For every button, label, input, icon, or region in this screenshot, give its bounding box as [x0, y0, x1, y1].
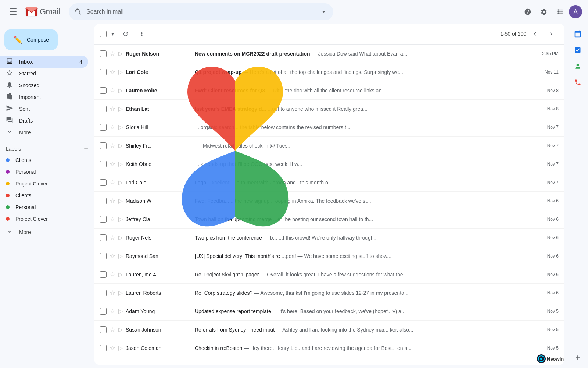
sidebar-item-snoozed[interactable]: Snoozed [0, 79, 88, 91]
snooze-icon[interactable]: ▷ [118, 234, 123, 241]
snooze-icon[interactable]: ▷ [118, 197, 123, 204]
snooze-icon[interactable]: ▷ [118, 160, 123, 167]
email-checkbox[interactable] [100, 198, 107, 204]
email-checkbox[interactable] [100, 106, 107, 112]
email-checkbox[interactable] [100, 69, 107, 75]
snooze-icon[interactable]: ▷ [118, 344, 123, 351]
avatar[interactable]: A [569, 5, 582, 18]
star-icon[interactable]: ☆ [110, 197, 115, 205]
sidebar-item-important[interactable]: Important [0, 91, 88, 103]
star-icon[interactable]: ☆ [110, 270, 115, 279]
email-row[interactable]: ☆ ▷ Gloria Hill ...organic search... the… [94, 118, 564, 137]
star-icon[interactable]: ☆ [110, 123, 115, 131]
email-checkbox[interactable] [100, 290, 107, 296]
star-icon[interactable]: ☆ [110, 68, 115, 76]
snooze-icon[interactable]: ▷ [118, 252, 123, 259]
label-personal2[interactable]: Personal [0, 201, 88, 213]
refresh-button[interactable] [118, 26, 133, 41]
snooze-icon[interactable]: ▷ [118, 326, 123, 333]
star-icon[interactable]: ☆ [110, 344, 115, 352]
label-project-clover1[interactable]: Project Clover [0, 178, 88, 190]
email-row[interactable]: ☆ ▷ Raymond San [UX] Special delivery! T… [94, 247, 564, 265]
email-checkbox[interactable] [100, 50, 107, 57]
email-row[interactable]: ☆ ▷ Jeffrey Cla Town hall on the upcomin… [94, 210, 564, 229]
sidebar-item-drafts[interactable]: Drafts [0, 115, 88, 127]
email-checkbox[interactable] [100, 87, 107, 94]
star-icon[interactable]: ☆ [110, 307, 115, 315]
star-icon[interactable]: ☆ [110, 234, 115, 242]
email-row[interactable]: ☆ ▷ Lori Cole Logo ...xcellent. ...e to … [94, 173, 564, 192]
settings-button[interactable] [537, 4, 551, 19]
email-row[interactable]: ☆ ▷ Roger Nelson New comments on MCR2022… [94, 45, 564, 63]
email-row[interactable]: ☆ ▷ Shirley Fra — Midwest retail sales c… [94, 137, 564, 155]
more-options-button[interactable] [135, 26, 149, 41]
email-row[interactable]: ☆ ▷ Ethan Lat last year's EMEA strategy … [94, 100, 564, 118]
star-icon[interactable]: ☆ [110, 142, 115, 150]
calendar-button[interactable] [570, 26, 585, 41]
search-options-icon[interactable] [320, 8, 327, 15]
label-project-clover2[interactable]: Project Clover [0, 213, 88, 225]
snooze-icon[interactable]: ▷ [118, 105, 123, 112]
search-input[interactable] [86, 8, 316, 15]
label-personal1[interactable]: Personal [0, 166, 88, 178]
apps-button[interactable] [553, 4, 567, 19]
email-checkbox[interactable] [100, 124, 107, 131]
star-icon[interactable]: ☆ [110, 160, 115, 168]
star-icon[interactable]: ☆ [110, 105, 115, 113]
email-row[interactable]: ☆ ▷ Keith Obrie ...k heads-up that I'll … [94, 155, 564, 173]
sidebar-item-sent[interactable]: Sent [0, 103, 88, 115]
snooze-icon[interactable]: ▷ [118, 216, 123, 223]
star-icon[interactable]: ☆ [110, 215, 115, 223]
email-checkbox[interactable] [100, 326, 107, 333]
star-icon[interactable]: ☆ [110, 50, 115, 58]
email-checkbox[interactable] [100, 308, 107, 315]
email-checkbox[interactable] [100, 216, 107, 223]
email-row[interactable]: ☆ ▷ Madison W Fwd: Feedba... ...the new … [94, 192, 564, 210]
sidebar-item-more-labels[interactable]: More [0, 226, 88, 238]
email-row[interactable]: ☆ ▷ Lauren, me 4 Re: Project Skylight 1-… [94, 265, 564, 284]
select-dropdown-button[interactable]: ▾ [108, 29, 117, 38]
snooze-icon[interactable]: ▷ [118, 308, 123, 315]
email-row[interactable]: ☆ ▷ Roger Nels Two pics from the confere… [94, 229, 564, 247]
snooze-icon[interactable]: ▷ [118, 50, 123, 57]
email-checkbox[interactable] [100, 271, 107, 278]
email-checkbox[interactable] [100, 179, 107, 186]
email-row[interactable]: ☆ ▷ Lauren Roberts Re: Corp strategy sli… [94, 284, 564, 302]
snooze-icon[interactable]: ▷ [118, 68, 123, 75]
search-bar[interactable] [69, 3, 333, 20]
email-row[interactable]: ☆ ▷ Lori Cole Q1 project wrap-up — Here'… [94, 63, 564, 81]
phone-button[interactable] [570, 75, 585, 90]
tasks-button[interactable] [570, 43, 585, 57]
label-clients1[interactable]: Clients [0, 154, 88, 166]
star-icon[interactable]: ☆ [110, 178, 115, 187]
star-icon[interactable]: ☆ [110, 252, 115, 260]
help-button[interactable] [520, 4, 535, 19]
email-row[interactable]: ☆ ▷ Jason Coleman Checkin in re:Boston —… [94, 339, 564, 357]
labels-add-button[interactable]: + [84, 144, 88, 153]
email-row[interactable]: ☆ ▷ Adam Young Updated expense report te… [94, 302, 564, 321]
select-all-checkbox[interactable] [100, 31, 107, 37]
add-addon-button[interactable] [570, 350, 585, 365]
compose-button[interactable]: ✏️ Compose [4, 29, 58, 50]
snooze-icon[interactable]: ▷ [118, 142, 123, 149]
email-checkbox[interactable] [100, 234, 107, 241]
email-checkbox[interactable] [100, 345, 107, 351]
snooze-icon[interactable]: ▷ [118, 87, 123, 94]
snooze-icon[interactable]: ▷ [118, 271, 123, 278]
sidebar-item-starred[interactable]: Starred [0, 68, 88, 79]
snooze-icon[interactable]: ▷ [118, 124, 123, 131]
menu-button[interactable] [6, 4, 21, 19]
snooze-icon[interactable]: ▷ [118, 179, 123, 186]
email-checkbox[interactable] [100, 161, 107, 167]
email-checkbox[interactable] [100, 253, 107, 259]
contacts-button[interactable] [570, 59, 585, 74]
sidebar-item-inbox[interactable]: Inbox 4 [0, 56, 88, 68]
next-page-button[interactable] [544, 26, 559, 41]
email-row[interactable]: ☆ ▷ Susan Johnson Referrals from Sydney … [94, 321, 564, 339]
prev-page-button[interactable] [528, 26, 542, 41]
star-icon[interactable]: ☆ [110, 86, 115, 95]
email-row[interactable]: ☆ ▷ Lauren Robe Fwd: Client resources fo… [94, 81, 564, 100]
snooze-icon[interactable]: ▷ [118, 289, 123, 296]
star-icon[interactable]: ☆ [110, 326, 115, 334]
star-icon[interactable]: ☆ [110, 289, 115, 297]
